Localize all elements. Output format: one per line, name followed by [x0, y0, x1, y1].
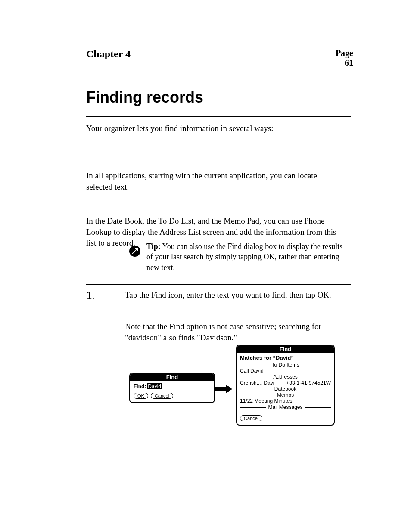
svg-rect-0	[215, 387, 227, 391]
page-number: Page 61	[327, 48, 353, 68]
find-input-row[interactable]: Find: David	[134, 383, 211, 389]
section-title: Finding records	[86, 88, 345, 106]
find-dialog: Find Find: David OK Cancel	[129, 373, 215, 403]
tip-body: You can also use the Find dialog box to …	[146, 242, 342, 272]
chapter-heading: Chapter 4	[86, 48, 345, 60]
section-header-todo: To Do Items	[240, 362, 331, 368]
result-memo-item[interactable]: 11/22 Meeting Minutes	[240, 398, 331, 404]
matches-header: Matches for “David”	[240, 355, 331, 361]
tip-label: Tip:	[146, 242, 161, 251]
step-number: 1.	[86, 289, 95, 302]
step-1-text: Tap the Find icon, enter the text you wa…	[125, 289, 345, 301]
section-header-mail: Mail Messages	[240, 404, 331, 410]
divider	[86, 317, 351, 317]
find-input-value[interactable]: David	[147, 383, 162, 389]
result-todo-item[interactable]: Call David	[240, 368, 331, 374]
section-header-memos: Memos	[240, 392, 331, 398]
arrow-icon	[215, 385, 233, 393]
tip-icon	[129, 246, 140, 257]
section-header-datebook: Datebook	[240, 386, 331, 392]
cancel-button[interactable]: Cancel	[151, 393, 173, 399]
tip-text: Tip: You can also use the Find dialog bo…	[146, 241, 345, 273]
divider	[86, 116, 351, 117]
paragraph-intro: Your organizer lets you find information…	[86, 123, 345, 134]
result-address-item[interactable]: Crensh..., Davi +33-1-41-974521W	[240, 380, 331, 386]
find-dialog-title: Find	[130, 373, 214, 381]
section-header-addresses: Addresses	[240, 374, 331, 380]
svg-marker-1	[226, 385, 233, 393]
result-address-phone: +33-1-41-974521W	[286, 380, 331, 386]
ok-button[interactable]: OK	[134, 393, 148, 399]
find-results-dialog: Find Matches for “David” To Do Items Cal…	[236, 345, 335, 426]
divider	[86, 284, 351, 285]
results-cancel-button[interactable]: Cancel	[240, 415, 262, 421]
paragraph-apps: In all applications, starting with the c…	[86, 170, 345, 192]
divider	[86, 162, 351, 162]
find-label: Find:	[134, 383, 146, 389]
step-1-note: Note that the Find option is not case se…	[125, 321, 345, 343]
results-title: Find	[237, 345, 334, 353]
result-address-name: Crensh..., Davi	[240, 380, 274, 386]
find-input-line[interactable]	[163, 383, 211, 388]
